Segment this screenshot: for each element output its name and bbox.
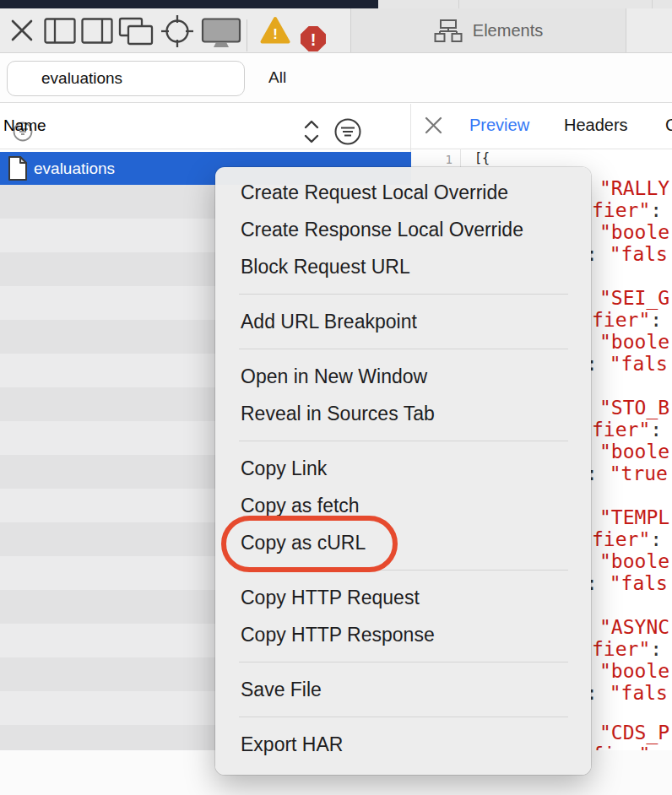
json-value-fragment: : "fals (586, 353, 668, 375)
json-value-fragment: : "fals (586, 572, 668, 594)
json-key-suffix-fragment: fier": (592, 744, 662, 750)
json-type-fragment: "boole (599, 550, 669, 572)
json-key-fragment: "SEI_G (599, 287, 669, 309)
json-value-fragment: : "fals (586, 682, 668, 704)
json-key-suffix-fragment: fier": (592, 419, 662, 441)
menu-item-copy-http-response[interactable]: Copy HTTP Response (215, 616, 591, 653)
context-menu: Create Request Local OverrideCreate Resp… (215, 167, 591, 775)
menu-divider (215, 653, 591, 671)
menu-item-copy-link[interactable]: Copy Link (215, 450, 591, 487)
menu-item-block-request-url[interactable]: Block Request URL (215, 248, 591, 285)
menu-item-reveal-in-sources-tab[interactable]: Reveal in Sources Tab (215, 395, 591, 432)
json-type-fragment: "boole (599, 221, 669, 243)
menu-item-export-har[interactable]: Export HAR (215, 726, 591, 763)
json-key-fragment: "STO_B (599, 397, 669, 419)
menu-item-create-response-local-override[interactable]: Create Response Local Override (215, 211, 591, 248)
menu-divider (215, 432, 591, 450)
json-type-fragment: "boole (599, 441, 669, 462)
json-key-fragment: "ASYNC (599, 616, 669, 638)
menu-item-open-in-new-window[interactable]: Open in New Window (215, 358, 591, 395)
json-key-fragment: "RALLY (599, 177, 669, 199)
menu-item-copy-http-request[interactable]: Copy HTTP Request (215, 579, 591, 616)
json-key-suffix-fragment: fier": (592, 199, 662, 221)
menu-item-save-file[interactable]: Save File (215, 671, 591, 708)
annotation-circle (221, 516, 398, 572)
menu-divider (215, 285, 591, 303)
menu-item-create-request-local-override[interactable]: Create Request Local Override (215, 174, 591, 211)
menu-item-add-url-breakpoint[interactable]: Add URL Breakpoint (215, 303, 591, 340)
json-value-fragment: : "fals (586, 243, 668, 265)
json-key-suffix-fragment: fier": (592, 309, 662, 331)
menu-divider (215, 340, 591, 358)
json-key-fragment: "TEMPL (599, 506, 669, 528)
json-key-suffix-fragment: fier": (592, 528, 662, 550)
json-key-suffix-fragment: fier": (592, 638, 662, 660)
json-type-fragment: "boole (599, 331, 669, 353)
json-type-fragment: "boole (599, 660, 669, 682)
json-value-fragment: : "true (586, 462, 668, 484)
menu-divider (215, 708, 591, 726)
json-key-fragment: "CDS_P (599, 722, 669, 744)
